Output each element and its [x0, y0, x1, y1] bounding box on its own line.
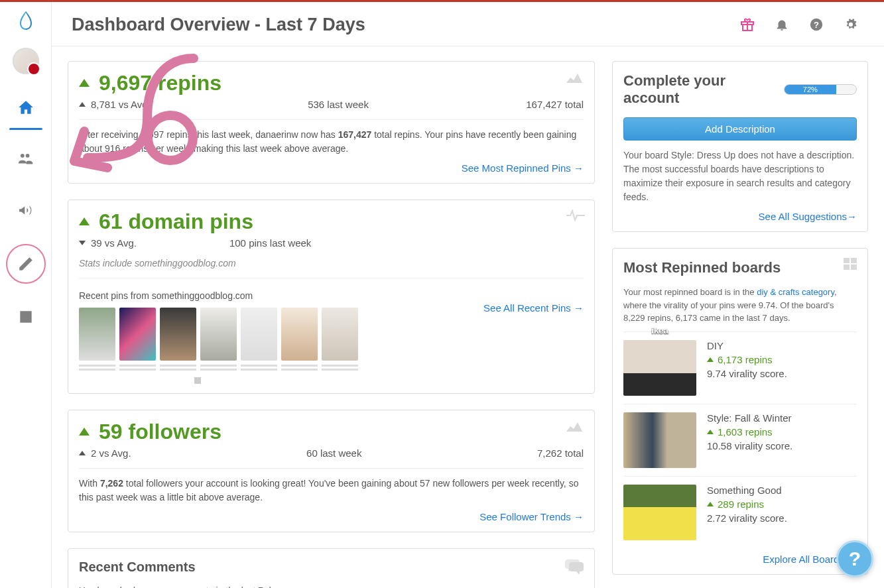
followers-headline: 59 followers [79, 421, 584, 442]
boards-panel-title: Most Repinned boards [623, 259, 857, 276]
nav-publish[interactable] [6, 244, 46, 284]
up-triangle-icon [79, 79, 90, 87]
board-score: 10.58 virality score. [707, 440, 792, 451]
most-repinned-boards-card: Most Repinned boards Your most repinned … [612, 248, 868, 575]
pin-thumb[interactable] [200, 308, 237, 371]
repins-total: 167,427 total [526, 99, 584, 110]
help-chat-button[interactable]: ? [836, 540, 873, 577]
activity-icon [566, 209, 585, 223]
sparkline-icon [566, 71, 585, 86]
svg-rect-8 [851, 265, 857, 270]
board-name: Style: Fall & Winter [707, 412, 792, 424]
domain-headline: 61 domain pins [79, 211, 584, 232]
recent-comments-card: Recent Comments You have had no new comm… [68, 548, 595, 588]
see-suggestions-link[interactable]: See All Suggestions→ [759, 211, 857, 222]
repins-headline: 9,697 repins [79, 72, 584, 93]
account-progress: 72% [784, 84, 857, 95]
sparkline-icon [566, 420, 585, 435]
comments-icon [565, 558, 584, 576]
category-link[interactable]: diy & crafts category [757, 287, 834, 297]
domain-last-week: 100 pins last week [229, 237, 311, 249]
add-description-button[interactable]: Add Description [623, 117, 857, 141]
pin-thumb[interactable] [160, 308, 196, 371]
gear-icon[interactable] [836, 11, 865, 38]
page-title: Dashboard Overview - Last 7 Days [72, 15, 727, 35]
svg-text:?: ? [814, 20, 819, 30]
up-triangle-icon [79, 217, 90, 225]
recent-pins-thumbs [79, 308, 358, 371]
repins-card: 9,697 repins 8,781 vs Avg. 536 last week… [68, 61, 595, 184]
progress-fill: 72% [785, 85, 836, 94]
followers-description: With 7,262 total followers your account … [79, 468, 584, 504]
repins-description: After receiving 9,697 repins this last w… [79, 119, 584, 156]
recent-pins-label: Recent pins from somethinggoodblog.com [79, 290, 358, 301]
sidebar [0, 2, 52, 588]
followers-vs-avg: 2 vs Avg. [79, 447, 131, 459]
board-item[interactable]: Something Good289 repins2.72 virality sc… [623, 476, 857, 548]
domain-pins-card: 61 domain pins 39 vs Avg. 100 pins last … [68, 200, 595, 394]
see-recent-pins-link[interactable]: See All Recent Pins → [483, 302, 584, 314]
board-score: 2.72 virality score. [707, 512, 787, 524]
nav-home[interactable] [0, 89, 52, 126]
pin-thumb[interactable] [322, 308, 358, 371]
account-body: Your board Style: Dress Up does not have… [623, 148, 857, 204]
board-name: Something Good [707, 485, 787, 496]
board-score: 9.74 virality score. [707, 368, 787, 379]
help-icon[interactable]: ? [802, 11, 831, 38]
gift-icon[interactable] [733, 11, 762, 38]
board-item[interactable]: Style: Fall & Winter1,603 repins10.58 vi… [623, 404, 857, 476]
followers-card: 59 followers 2 vs Avg. 60 last week 7,26… [68, 410, 595, 532]
nav-community[interactable] [0, 141, 52, 178]
main-content: Dashboard Overview - Last 7 Days ? 9,697 [52, 2, 884, 588]
nav-megaphone[interactable] [0, 192, 52, 229]
board-item[interactable]: ikeaDIY6,173 repins9.74 virality score. [623, 331, 857, 404]
pin-thumb[interactable] [241, 308, 277, 371]
domain-note: Stats include somethinggoodblog.com [79, 258, 584, 268]
comments-body: You have had no new comments in the last… [79, 584, 584, 588]
comments-title: Recent Comments [79, 559, 584, 575]
see-follower-trends-link[interactable]: See Follower Trends → [479, 511, 584, 522]
svg-rect-7 [844, 265, 850, 270]
svg-rect-6 [851, 258, 857, 263]
complete-account-card: Complete your account 72% Add Descriptio… [612, 61, 868, 232]
domain-vs-avg: 39 vs Avg. [79, 237, 137, 249]
complete-account-title: Complete your account [623, 72, 777, 107]
board-repins: 1,603 repins [707, 426, 792, 438]
svg-rect-5 [844, 258, 850, 263]
board-name: DIY [707, 340, 787, 351]
user-avatar[interactable] [13, 48, 39, 74]
board-repins: 6,173 repins [707, 354, 787, 365]
app-logo[interactable] [17, 10, 35, 33]
see-most-repinned-link[interactable]: See Most Repinned Pins → [462, 162, 584, 174]
repins-vs-avg: 8,781 vs Avg. [79, 99, 151, 110]
pin-thumb[interactable] [281, 308, 318, 371]
nav-analytics[interactable] [0, 298, 52, 335]
repins-last-week: 536 last week [308, 99, 369, 110]
grid-icon [844, 258, 857, 272]
followers-last-week: 60 last week [306, 447, 361, 459]
topbar: Dashboard Overview - Last 7 Days ? [52, 2, 884, 46]
pin-thumb[interactable] [79, 308, 115, 371]
pin-thumb-overflow [194, 377, 201, 384]
bell-icon[interactable] [767, 11, 796, 38]
boards-panel-intro: Your most repinned board is in the diy &… [623, 286, 857, 325]
board-repins: 289 repins [707, 499, 787, 510]
followers-total: 7,262 total [537, 447, 584, 459]
pin-thumb[interactable] [119, 308, 156, 371]
up-triangle-icon [79, 428, 90, 436]
